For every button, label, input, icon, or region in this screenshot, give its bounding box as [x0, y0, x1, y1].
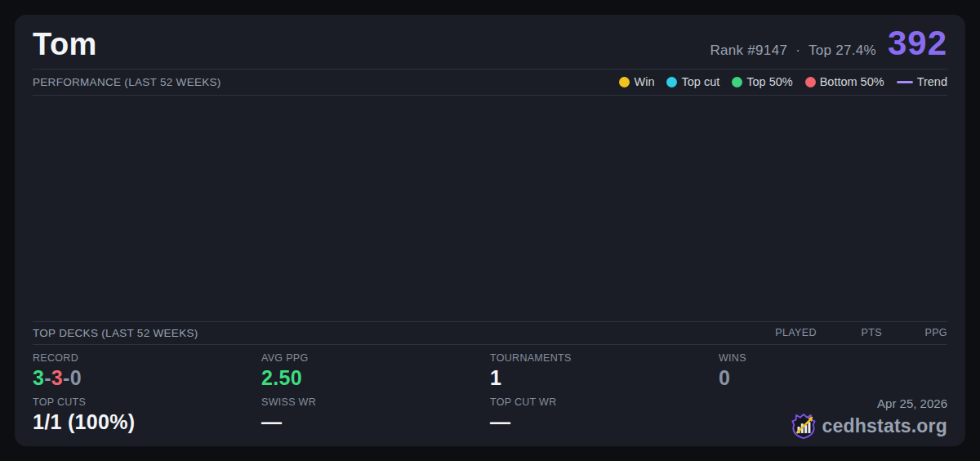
- stat-tournaments: TOURNAMENTS 1: [490, 352, 719, 390]
- bottom50-dot-icon: [805, 77, 816, 87]
- wins-value: 0: [719, 367, 947, 390]
- stat-swiss-wr: SWISS WR —: [261, 396, 490, 440]
- stat-avg-ppg: AVG PPG 2.50: [261, 352, 490, 390]
- stat-label: TOURNAMENTS: [490, 352, 719, 364]
- stat-top-cuts: TOP CUTS 1/1 (100%): [33, 396, 261, 440]
- brand-name: cedhstats.org: [822, 415, 947, 437]
- stat-wins: WINS 0: [719, 352, 947, 390]
- top50-dot-icon: [732, 77, 742, 87]
- stat-label: TOP CUTS: [33, 396, 261, 408]
- performance-title: PERFORMANCE (LAST 52 WEEKS): [33, 76, 221, 88]
- card-footer: Apr 25, 2026 cedhstats.org: [719, 396, 947, 440]
- stat-top-cut-wr: TOP CUT WR —: [490, 396, 719, 440]
- brand-link[interactable]: cedhstats.org: [791, 413, 947, 440]
- legend-item-win: Win: [619, 75, 654, 88]
- record-draws: 0: [70, 366, 82, 389]
- swiss-wr-value: —: [261, 411, 490, 434]
- avg-ppg-value: 2.50: [261, 367, 490, 390]
- column-header-played: PLAYED: [751, 327, 817, 338]
- player-name: Tom: [33, 28, 97, 62]
- chart-legend: Win Top cut Top 50% Bottom 50% Trend: [619, 75, 947, 88]
- top-cuts-value: 1/1 (100%): [33, 411, 261, 434]
- stat-label: AVG PPG: [261, 352, 490, 364]
- legend-item-bottom50: Bottom 50%: [805, 75, 884, 88]
- legend-label: Trend: [917, 75, 947, 88]
- top-decks-title: TOP DECKS (LAST 52 WEEKS): [33, 327, 198, 339]
- column-header-pts: PTS: [817, 327, 882, 338]
- win-dot-icon: [619, 77, 630, 87]
- legend-label: Bottom 50%: [820, 75, 884, 88]
- column-header-ppg: PPG: [882, 327, 947, 338]
- performance-chart-area: [33, 96, 947, 321]
- stats-grid: RECORD 3-3-0 AVG PPG 2.50 TOURNAMENTS 1 …: [33, 345, 947, 441]
- cedhstats-logo-icon: [791, 413, 816, 440]
- top-cut-wr-value: —: [490, 411, 719, 434]
- stat-label: SWISS WR: [261, 396, 490, 408]
- card-header: Tom Rank #9147 · Top 27.4% 392: [33, 25, 947, 69]
- top-cut-dot-icon: [666, 77, 677, 87]
- legend-item-top50: Top 50%: [732, 75, 792, 88]
- performance-section-header: PERFORMANCE (LAST 52 WEEKS) Win Top cut …: [33, 69, 947, 95]
- tournaments-value: 1: [490, 367, 719, 390]
- stat-label: RECORD: [33, 352, 261, 364]
- stat-record: RECORD 3-3-0: [33, 352, 261, 390]
- player-stats-card: Tom Rank #9147 · Top 27.4% 392 PERFORMAN…: [15, 15, 965, 446]
- trend-line-icon: [897, 81, 913, 83]
- record-value: 3-3-0: [33, 367, 261, 390]
- stat-label: WINS: [719, 352, 947, 364]
- record-separator: -: [63, 366, 70, 389]
- record-separator: -: [44, 366, 51, 389]
- record-wins: 3: [33, 366, 44, 389]
- points-value: 392: [888, 26, 947, 60]
- card-date: Apr 25, 2026: [877, 396, 947, 410]
- legend-label: Top 50%: [746, 75, 792, 88]
- rank-summary: Rank #9147 · Top 27.4%: [710, 43, 875, 59]
- legend-label: Top cut: [681, 75, 719, 88]
- record-losses: 3: [51, 366, 63, 389]
- legend-label: Win: [634, 75, 654, 88]
- rank-block: Rank #9147 · Top 27.4% 392: [710, 26, 947, 60]
- legend-item-trend: Trend: [897, 75, 947, 88]
- top-decks-columns: PLAYED PTS PPG: [751, 327, 947, 338]
- legend-item-top-cut: Top cut: [666, 75, 719, 88]
- top-decks-section-header: TOP DECKS (LAST 52 WEEKS) PLAYED PTS PPG: [33, 321, 947, 345]
- stat-label: TOP CUT WR: [490, 396, 719, 408]
